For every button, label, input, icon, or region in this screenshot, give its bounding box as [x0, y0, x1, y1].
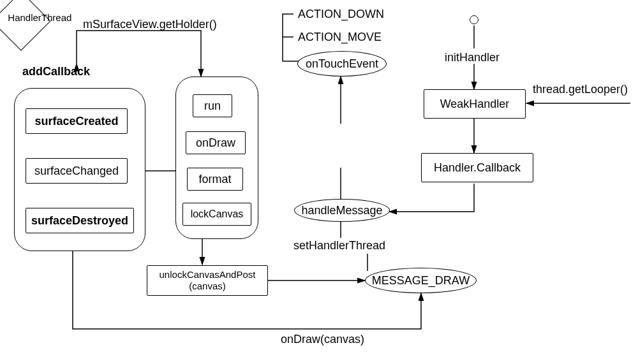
unlockcanvas-box: unlockCanvasAndPost (canvas) — [147, 265, 268, 296]
handlercallback-box: Handler.Callback — [421, 153, 533, 182]
action-move-label: ACTION_MOVE — [298, 31, 382, 44]
weakhandler-box: WeakHandler — [424, 89, 526, 119]
lockcanvas-box: lockCanvas — [182, 203, 251, 226]
surfacechanged-box: surfaceChanged — [26, 158, 128, 184]
ondrawcanvas-label: onDraw(canvas) — [281, 333, 364, 346]
ondraw-text: onDraw — [196, 136, 235, 150]
format-box: format — [187, 168, 243, 191]
sethandlerthread-label: setHandlerThread — [293, 239, 385, 252]
action-down-label: ACTION_DOWN — [298, 8, 384, 21]
ontouchevent-text: onTouchEvent — [306, 57, 378, 71]
ondraw-box: onDraw — [186, 131, 246, 154]
surfacedestroyed-text: surfaceDestroyed — [31, 214, 128, 228]
lockcanvas-text: lockCanvas — [191, 208, 244, 220]
ontouchevent-ellipse: onTouchEvent — [297, 51, 387, 76]
handlemessage-ellipse: handleMessage — [294, 199, 390, 222]
run-text: run — [204, 99, 221, 113]
messagedraw-text: MESSAGE_DRAW — [372, 274, 470, 288]
messagedraw-ellipse: MESSAGE_DRAW — [365, 268, 477, 293]
surfacedestroyed-box: surfaceDestroyed — [26, 208, 134, 233]
surfacecreated-box: surfaceCreated — [26, 108, 128, 134]
format-text: format — [198, 173, 231, 186]
run-box: run — [193, 94, 232, 117]
unlockcanvas-text2: (canvas) — [189, 280, 226, 292]
surfacechanged-text: surfaceChanged — [34, 164, 119, 178]
addcallback-label: addCallback — [22, 65, 90, 78]
handlercallback-text: Handler.Callback — [434, 161, 521, 175]
handlerthread-text: HandlerThread — [8, 12, 71, 23]
getholder-label: mSurfaceView.getHolder() — [83, 18, 217, 31]
handlerthread-diamond: HandlerThread — [0, 0, 51, 51]
inithandler-label: initHandler — [445, 51, 500, 64]
start-circle — [470, 15, 478, 24]
unlockcanvas-text1: unlockCanvasAndPost — [160, 269, 256, 280]
surfacecreated-text: surfaceCreated — [34, 115, 118, 128]
handlemessage-text: handleMessage — [301, 204, 382, 217]
getlooper-label: thread.getLooper() — [533, 83, 628, 96]
weakhandler-text: WeakHandler — [440, 98, 510, 111]
